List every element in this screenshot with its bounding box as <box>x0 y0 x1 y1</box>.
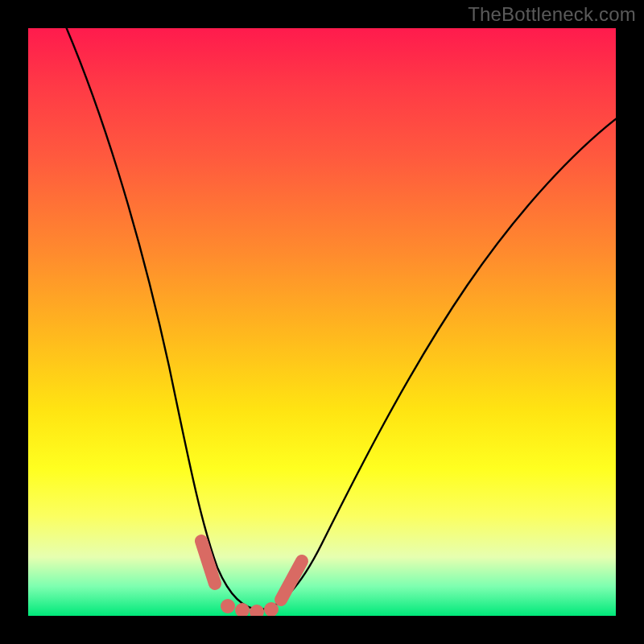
marker-right-segment <box>281 561 302 600</box>
watermark-text: TheBottleneck.com <box>468 3 636 26</box>
bottleneck-curve <box>52 28 616 609</box>
marker-left-segment <box>201 541 215 584</box>
marker-dot <box>235 603 250 616</box>
marker-dot <box>250 605 264 616</box>
chart-frame: TheBottleneck.com <box>0 0 644 644</box>
marker-dot <box>221 599 235 613</box>
plot-area <box>28 28 616 616</box>
curve-svg <box>28 28 616 616</box>
